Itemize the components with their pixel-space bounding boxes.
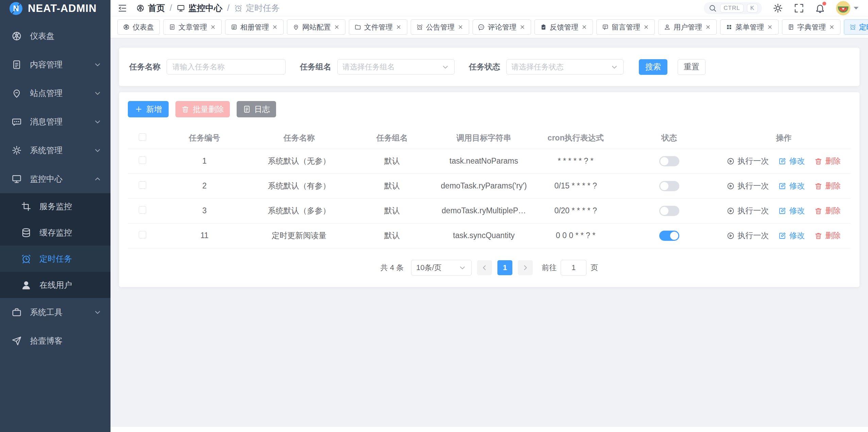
tab-dictionary[interactable]: 字典管理 — [782, 19, 840, 35]
current-page-button[interactable]: 1 — [497, 260, 512, 275]
edit-button[interactable]: 修改 — [778, 181, 805, 191]
close-icon[interactable] — [581, 24, 587, 30]
select-all-checkbox[interactable] — [139, 133, 146, 141]
close-icon[interactable] — [705, 24, 711, 30]
status-toggle[interactable] — [659, 156, 679, 166]
message-square-icon — [602, 24, 609, 30]
task-status-select[interactable]: 请选择任务状态 — [506, 59, 624, 74]
sidebar-item-system[interactable]: 系统管理 — [0, 136, 110, 165]
log-button[interactable]: 日志 — [237, 101, 276, 117]
goto-page-input[interactable] — [561, 260, 586, 276]
delete-button[interactable]: 删除 — [814, 230, 841, 241]
row-checkbox[interactable] — [139, 206, 146, 214]
tab-comments[interactable]: 评论管理 — [473, 19, 531, 35]
status-toggle[interactable] — [659, 231, 679, 241]
breadcrumb-home[interactable]: 首页 — [136, 2, 165, 14]
delete-button[interactable]: 删除 — [814, 156, 841, 166]
open-tabs-bar: 仪表盘 文章管理 相册管理 网站配置 文件管理 — [110, 16, 868, 38]
global-search[interactable]: CTRL K — [704, 2, 762, 14]
batch-delete-button[interactable]: 批量删除 — [175, 101, 230, 117]
grid-menu-icon — [726, 24, 732, 30]
fullscreen-button[interactable] — [794, 3, 804, 13]
sidebar-item-scheduled-tasks[interactable]: 定时任务 — [0, 246, 110, 272]
tab-announcements[interactable]: 公告管理 — [411, 19, 469, 35]
sidebar-item-blog[interactable]: 拾壹博客 — [0, 327, 110, 355]
run-once-button[interactable]: 执行一次 — [727, 205, 769, 216]
run-once-button[interactable]: 执行一次 — [727, 181, 769, 191]
app-title: NEAT-ADMIN — [28, 2, 97, 15]
app-root: N NEAT-ADMIN 仪表盘 内容管理 站点管理 消息管理 — [0, 0, 868, 432]
sidebar-item-content[interactable]: 内容管理 — [0, 50, 110, 79]
sidebar-item-monitor[interactable]: 监控中心 — [0, 165, 110, 193]
sidebar-item-dashboard[interactable]: 仪表盘 — [0, 22, 110, 50]
add-button[interactable]: 新增 — [128, 101, 169, 117]
tab-dashboard[interactable]: 仪表盘 — [117, 19, 160, 35]
settings-button[interactable] — [773, 3, 783, 13]
tab-menus[interactable]: 菜单管理 — [720, 19, 779, 35]
invoke-target: task.neatNoParams — [438, 149, 530, 173]
tab-articles[interactable]: 文章管理 — [163, 19, 222, 35]
row-checkbox[interactable] — [139, 231, 146, 238]
breadcrumb-monitor[interactable]: 监控中心 — [177, 2, 222, 14]
close-icon[interactable] — [396, 24, 402, 30]
sidebar-item-tools[interactable]: 系统工具 — [0, 298, 110, 327]
cron-expression: 0 0 0 * * ? * — [530, 223, 622, 248]
sidebar-item-message[interactable]: 消息管理 — [0, 107, 110, 136]
task-group-select[interactable]: 请选择任务组名 — [337, 59, 455, 74]
edit-button[interactable]: 修改 — [778, 205, 805, 216]
reset-button[interactable]: 重置 — [678, 59, 705, 75]
close-icon[interactable] — [334, 24, 340, 30]
edit-button[interactable]: 修改 — [778, 156, 805, 166]
close-icon[interactable] — [520, 24, 525, 30]
tab-feedback[interactable]: 反馈管理 — [534, 19, 593, 35]
run-once-button[interactable]: 执行一次 — [727, 156, 769, 166]
sidebar-menu: 仪表盘 内容管理 站点管理 消息管理 系统管理 — [0, 22, 110, 355]
close-icon[interactable] — [643, 24, 649, 30]
task-name: 系统默认（无参） — [252, 149, 346, 173]
task-name-input[interactable] — [167, 59, 286, 74]
tab-users[interactable]: 用户管理 — [658, 19, 717, 35]
delete-button[interactable]: 删除 — [814, 181, 841, 191]
breadcrumb-separator: / — [227, 3, 229, 13]
close-icon[interactable] — [272, 24, 278, 30]
column-header: 操作 — [717, 128, 851, 149]
close-icon[interactable] — [829, 24, 835, 30]
user-menu[interactable] — [836, 1, 858, 15]
status-toggle[interactable] — [659, 181, 679, 191]
delete-button[interactable]: 删除 — [814, 205, 841, 216]
row-checkbox[interactable] — [139, 181, 146, 189]
tab-guestbook[interactable]: 留言管理 — [596, 19, 655, 35]
run-once-button[interactable]: 执行一次 — [727, 230, 769, 241]
close-icon[interactable] — [210, 24, 216, 30]
edit-button[interactable]: 修改 — [778, 230, 805, 241]
collapse-sidebar-icon[interactable] — [117, 3, 127, 13]
next-page-button[interactable] — [518, 260, 533, 275]
page-size-select[interactable]: 10条/页 — [411, 260, 472, 276]
tab-scheduled-tasks[interactable]: 定时任务 — [844, 19, 868, 35]
tab-files[interactable]: 文件管理 — [349, 19, 407, 35]
trash-icon — [814, 182, 822, 190]
tab-albums[interactable]: 相册管理 — [225, 19, 284, 35]
prev-page-button[interactable] — [477, 260, 492, 275]
close-icon[interactable] — [767, 24, 773, 30]
notifications-button[interactable] — [815, 3, 825, 13]
chevron-down-icon — [93, 89, 102, 97]
sidebar-item-service-monitor[interactable]: 服务监控 — [0, 193, 110, 219]
app-logo[interactable]: N NEAT-ADMIN — [0, 0, 110, 17]
task-name: 系统默认（有参） — [252, 173, 346, 198]
cron-expression: 0/20 * * * * ? — [530, 198, 622, 223]
search-button[interactable]: 搜索 — [639, 59, 667, 75]
breadcrumb-separator: / — [170, 3, 172, 13]
filter-panel: 任务名称 任务组名 请选择任务组名 任务状态 请选择任务状态 搜索 重置 — [119, 48, 860, 86]
chevron-down-icon — [93, 146, 102, 154]
close-icon[interactable] — [458, 24, 463, 30]
task-group: 默认 — [346, 149, 438, 173]
task-status-label: 任务状态 — [469, 62, 500, 72]
tab-site-config[interactable]: 网站配置 — [287, 19, 345, 35]
row-checkbox[interactable] — [139, 156, 146, 164]
task-id: 1 — [157, 149, 252, 173]
status-toggle[interactable] — [659, 206, 679, 216]
sidebar-item-cache-monitor[interactable]: 缓存监控 — [0, 219, 110, 246]
sidebar-item-online-users[interactable]: 在线用户 — [0, 272, 110, 298]
sidebar-item-site[interactable]: 站点管理 — [0, 79, 110, 107]
